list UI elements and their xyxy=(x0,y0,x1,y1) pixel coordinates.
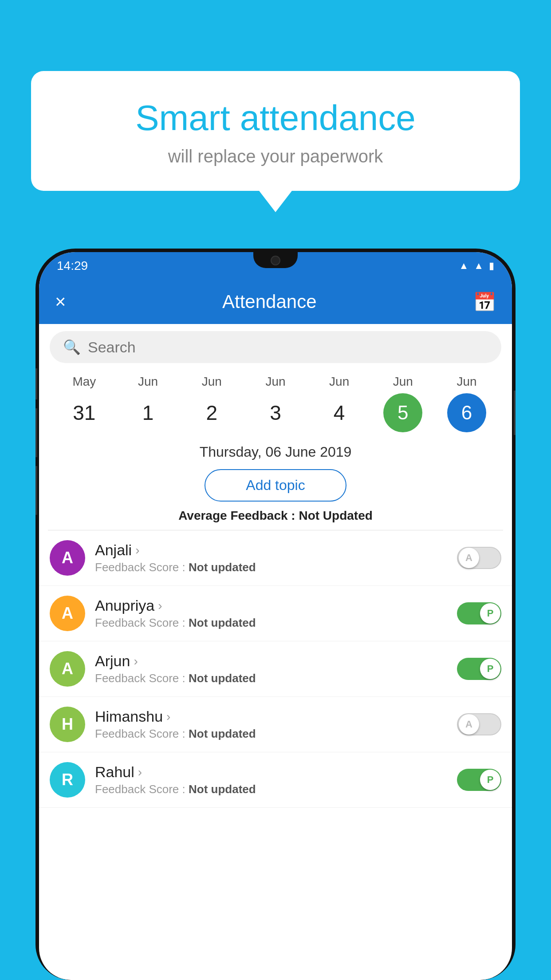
student-item: A Arjun › Feedback Score : Not updated P xyxy=(39,641,512,697)
volume-down-button xyxy=(35,466,37,515)
signal-icon: ▲ xyxy=(474,260,484,272)
volume-up-button xyxy=(35,408,37,457)
toggle-knob: A xyxy=(459,548,479,568)
student-name[interactable]: Rahul › xyxy=(95,763,457,781)
score-value: Not updated xyxy=(189,782,256,796)
student-score: Feedback Score : Not updated xyxy=(95,782,457,796)
cal-date-wrapper-5[interactable]: 5 xyxy=(374,393,432,432)
avatar: A xyxy=(50,540,85,576)
cal-date-wrapper-4[interactable]: 4 xyxy=(311,401,368,425)
bubble-title: Smart attendance xyxy=(58,98,493,138)
cal-month-4: Jun xyxy=(311,375,368,389)
power-button xyxy=(35,368,37,399)
chevron-right-icon: › xyxy=(158,599,162,613)
selected-date-label: Thursday, 06 June 2019 xyxy=(39,437,512,465)
score-value: Not updated xyxy=(189,672,256,685)
student-list: A Anjali › Feedback Score : Not updated … xyxy=(39,530,512,808)
student-name[interactable]: Himanshu › xyxy=(95,708,457,725)
chevron-right-icon: › xyxy=(134,654,138,668)
battery-icon: ▮ xyxy=(489,260,494,272)
add-topic-button[interactable]: Add topic xyxy=(205,469,346,502)
cal-date-5: 5 xyxy=(383,393,422,432)
speech-bubble-wrapper: Smart attendance will replace your paper… xyxy=(31,71,520,191)
volume-button-right xyxy=(514,391,516,435)
close-icon[interactable]: × xyxy=(55,291,66,312)
attendance-toggle[interactable]: A xyxy=(457,713,501,735)
phone-screen: 14:29 ▲ ▲ ▮ × Attendance 📅 🔍 xyxy=(39,252,512,980)
student-item: A Anjali › Feedback Score : Not updated … xyxy=(39,530,512,586)
score-value: Not updated xyxy=(189,727,256,740)
calendar-dates: 31 1 2 3 4 5 6 xyxy=(48,389,503,437)
avg-feedback: Average Feedback : Not Updated xyxy=(39,509,512,523)
cal-date-6: 6 xyxy=(447,393,486,432)
cal-month-3: Jun xyxy=(247,375,304,389)
app-bar: × Attendance 📅 xyxy=(39,280,512,324)
attendance-toggle[interactable]: P xyxy=(457,769,501,791)
avg-feedback-value: Not Updated xyxy=(299,509,372,522)
chevron-right-icon: › xyxy=(166,710,170,724)
student-info: Himanshu › Feedback Score : Not updated xyxy=(95,708,457,741)
score-value: Not updated xyxy=(189,561,256,574)
speech-bubble: Smart attendance will replace your paper… xyxy=(31,71,520,191)
cal-month-0: May xyxy=(55,375,113,389)
toggle-knob: P xyxy=(480,603,500,624)
calendar-icon[interactable]: 📅 xyxy=(473,291,496,313)
attendance-toggle[interactable]: P xyxy=(457,602,501,624)
screen-notch xyxy=(253,252,298,268)
student-name[interactable]: Anupriya › xyxy=(95,597,457,614)
score-value: Not updated xyxy=(189,616,256,629)
search-bar[interactable]: 🔍 xyxy=(50,331,501,363)
cal-date-1: 1 xyxy=(119,401,177,425)
avatar: H xyxy=(50,707,85,742)
phone-frame: 14:29 ▲ ▲ ▮ × Attendance 📅 🔍 xyxy=(35,249,516,980)
cal-date-wrapper-1[interactable]: 1 xyxy=(119,401,177,425)
cal-date-wrapper-3[interactable]: 3 xyxy=(247,401,304,425)
chevron-right-icon: › xyxy=(138,765,142,779)
calendar-strip: May Jun Jun Jun Jun Jun Jun 31 1 2 3 4 5… xyxy=(39,370,512,437)
avatar: A xyxy=(50,651,85,687)
student-info: Arjun › Feedback Score : Not updated xyxy=(95,652,457,685)
student-item: H Himanshu › Feedback Score : Not update… xyxy=(39,697,512,752)
toggle-knob: A xyxy=(459,714,479,735)
cal-month-2: Jun xyxy=(183,375,240,389)
cal-date-wrapper-0[interactable]: 31 xyxy=(55,401,113,425)
student-score: Feedback Score : Not updated xyxy=(95,672,457,685)
bubble-subtitle: will replace your paperwork xyxy=(58,146,493,166)
cal-date-wrapper-2[interactable]: 2 xyxy=(183,401,240,425)
cal-month-5: Jun xyxy=(374,375,432,389)
cal-date-2: 2 xyxy=(183,401,240,425)
chevron-right-icon: › xyxy=(135,543,139,557)
attendance-toggle[interactable]: P xyxy=(457,658,501,680)
search-icon: 🔍 xyxy=(63,339,81,356)
cal-date-wrapper-6[interactable]: 6 xyxy=(438,393,496,432)
calendar-months: May Jun Jun Jun Jun Jun Jun xyxy=(48,375,503,389)
avatar: A xyxy=(50,596,85,631)
student-score: Feedback Score : Not updated xyxy=(95,561,457,574)
wifi-icon: ▲ xyxy=(459,260,468,272)
student-info: Anupriya › Feedback Score : Not updated xyxy=(95,597,457,630)
student-item: A Anupriya › Feedback Score : Not update… xyxy=(39,586,512,641)
avatar: R xyxy=(50,762,85,798)
student-name[interactable]: Arjun › xyxy=(95,652,457,670)
status-time: 14:29 xyxy=(57,259,88,273)
student-name[interactable]: Anjali › xyxy=(95,541,457,559)
cal-date-4: 4 xyxy=(311,401,368,425)
cal-month-1: Jun xyxy=(119,375,177,389)
toggle-knob: P xyxy=(480,770,500,790)
camera xyxy=(271,256,280,265)
cal-date-3: 3 xyxy=(247,401,304,425)
student-score: Feedback Score : Not updated xyxy=(95,727,457,741)
attendance-toggle[interactable]: A xyxy=(457,547,501,569)
avg-feedback-label: Average Feedback : xyxy=(178,509,295,522)
cal-month-6: Jun xyxy=(438,375,496,389)
student-item: R Rahul › Feedback Score : Not updated P xyxy=(39,752,512,808)
status-icons: ▲ ▲ ▮ xyxy=(459,260,494,272)
toggle-knob: P xyxy=(480,659,500,679)
student-score: Feedback Score : Not updated xyxy=(95,616,457,630)
app-bar-title: Attendance xyxy=(66,291,473,312)
search-input[interactable] xyxy=(88,339,488,356)
phone-inner: 14:29 ▲ ▲ ▮ × Attendance 📅 🔍 xyxy=(39,252,512,980)
student-info: Rahul › Feedback Score : Not updated xyxy=(95,763,457,796)
student-info: Anjali › Feedback Score : Not updated xyxy=(95,541,457,574)
cal-date-0: 31 xyxy=(55,401,113,425)
